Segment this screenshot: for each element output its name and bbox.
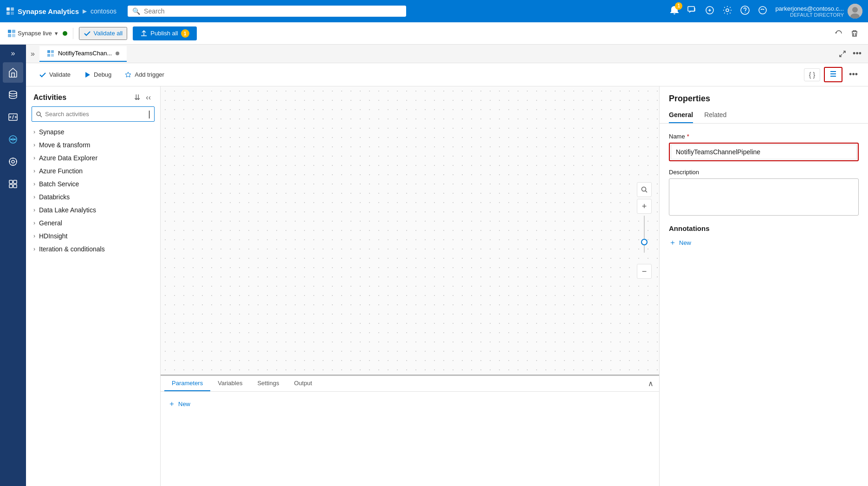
activity-group-move-transform[interactable]: › Move & transform	[26, 138, 160, 151]
svg-point-7	[741, 6, 749, 14]
sidebar-collapse-button[interactable]: »	[10, 48, 16, 59]
svg-rect-32	[47, 54, 50, 57]
nav-icons-group: 1	[669, 4, 862, 19]
properties-view-button[interactable]	[824, 67, 842, 82]
activities-search-box[interactable]: |	[32, 106, 155, 122]
new-annotation-label: New	[679, 239, 691, 246]
feedback-icon[interactable]	[758, 5, 768, 18]
activity-group-iteration-conditionals[interactable]: › Iteration & conditionals	[26, 243, 160, 256]
activity-group-label: Iteration & conditionals	[39, 245, 105, 253]
activity-group-label: Azure Function	[39, 167, 83, 175]
add-annotation-button[interactable]: ＋ New	[669, 236, 859, 250]
notification-badge: 1	[675, 2, 682, 10]
name-input[interactable]	[671, 144, 857, 159]
sidebar-item-integrate[interactable]	[3, 129, 23, 150]
chevron-icon: ›	[33, 168, 35, 174]
brand-name: Synapse Analytics	[18, 7, 79, 15]
validate-all-button[interactable]: Validate all	[79, 27, 128, 40]
activity-group-synapse[interactable]: › Synapse	[26, 125, 160, 138]
canvas-background	[161, 86, 659, 374]
prop-tab-general[interactable]: General	[669, 107, 693, 123]
sidebar-item-monitor[interactable]	[3, 151, 23, 172]
prop-related-label: Related	[704, 111, 726, 118]
publish-all-button[interactable]: Publish all 1	[133, 26, 196, 40]
avatar[interactable]	[848, 4, 862, 19]
sidebar-icons: »	[0, 45, 26, 486]
bottom-tab-settings[interactable]: Settings	[250, 376, 286, 391]
svg-point-10	[761, 9, 762, 10]
toolbar-right-actions	[833, 27, 861, 39]
canvas-search-button[interactable]	[637, 182, 652, 197]
svg-rect-3	[11, 12, 14, 15]
sidebar-item-manage[interactable]	[3, 174, 23, 194]
activity-group-azure-data-explorer[interactable]: › Azure Data Explorer	[26, 151, 160, 164]
bell-icon[interactable]	[705, 5, 715, 18]
cursor-icon: |	[148, 109, 150, 119]
sidebar-item-develop[interactable]	[3, 107, 23, 127]
plus-icon: ＋	[168, 399, 175, 409]
activities-close-button[interactable]: ‹‹	[144, 92, 153, 103]
synapse-live-button[interactable]: Synapse live ▼	[7, 29, 67, 38]
activity-group-databricks[interactable]: › Databricks	[26, 190, 160, 204]
zoom-thumb[interactable]	[641, 239, 648, 245]
canvas-container[interactable]: + −	[161, 86, 659, 374]
activity-group-batch-service[interactable]: › Batch Service	[26, 177, 160, 190]
svg-point-19	[9, 91, 17, 94]
code-view-button[interactable]: { }	[804, 68, 820, 81]
bottom-panel-collapse-button[interactable]: ∧	[646, 378, 655, 389]
activities-collapse-all-button[interactable]: ⇊	[132, 92, 142, 103]
activities-title: Activities	[33, 93, 66, 102]
breadcrumb[interactable]: contosos	[91, 7, 117, 15]
svg-rect-31	[51, 50, 54, 53]
sidebar-panel-collapse-button[interactable]: »	[30, 49, 36, 59]
canvas-zoom-out-button[interactable]: −	[637, 264, 652, 279]
help-icon[interactable]	[740, 5, 750, 18]
svg-point-13	[852, 7, 858, 13]
bottom-content: ＋ New	[161, 392, 659, 486]
activity-group-data-lake-analytics[interactable]: › Data Lake Analytics	[26, 204, 160, 217]
description-input[interactable]	[669, 178, 859, 216]
bottom-tab-output[interactable]: Output	[286, 376, 319, 391]
svg-rect-1	[11, 7, 14, 11]
bottom-panel: Parameters Variables Settings Output ∧	[161, 374, 659, 486]
notifications-icon[interactable]: 1	[669, 5, 680, 18]
tab-notifiy-teams[interactable]: NotifiyTeamsChan...	[39, 46, 127, 62]
publish-badge: 1	[181, 29, 189, 38]
svg-rect-37	[830, 76, 836, 77]
canvas-zoom-in-button[interactable]: +	[637, 199, 652, 214]
activity-group-general[interactable]: › General	[26, 217, 160, 230]
zoom-slider[interactable]	[644, 216, 645, 262]
sidebar-item-home[interactable]	[3, 62, 23, 83]
chat-icon[interactable]	[687, 5, 697, 18]
search-input[interactable]	[144, 7, 402, 15]
activity-group-label: Batch Service	[39, 180, 79, 188]
user-info[interactable]: parkerjones@contoso.c... DEFAULT DIRECTO…	[775, 4, 862, 19]
validate-check-icon	[39, 71, 46, 79]
bottom-tab-parameters[interactable]: Parameters	[164, 376, 210, 391]
expand-button[interactable]	[837, 48, 848, 59]
add-trigger-button[interactable]: Add trigger	[119, 68, 170, 81]
chevron-icon: ›	[33, 246, 35, 252]
activity-group-hdinsight[interactable]: › HDInsight	[26, 230, 160, 243]
tab-more-button[interactable]: •••	[850, 46, 864, 61]
prop-tab-related[interactable]: Related	[704, 107, 726, 123]
sidebar-item-data[interactable]	[3, 85, 23, 105]
settings-nav-icon[interactable]	[722, 5, 732, 18]
svg-point-8	[745, 12, 746, 13]
refresh-button[interactable]	[833, 27, 845, 39]
bottom-tab-variables[interactable]: Variables	[210, 376, 250, 391]
new-parameter-label: New	[178, 401, 190, 407]
add-parameter-button[interactable]: ＋ New	[168, 397, 652, 411]
debug-button[interactable]: Debug	[78, 68, 117, 81]
tab-title: NotifiyTeamsChan...	[58, 50, 112, 57]
activities-search-input[interactable]	[45, 111, 145, 118]
validate-button[interactable]: Validate	[33, 68, 76, 81]
delete-button[interactable]	[849, 27, 861, 39]
svg-point-38	[37, 112, 40, 116]
activity-group-azure-function[interactable]: › Azure Function	[26, 164, 160, 177]
annotations-title: Annotations	[669, 224, 859, 232]
chevron-icon: ›	[33, 142, 35, 148]
global-search-box[interactable]: 🔍	[128, 6, 406, 17]
pipeline-more-button[interactable]: •••	[846, 67, 861, 82]
tab-output-label: Output	[294, 380, 312, 387]
